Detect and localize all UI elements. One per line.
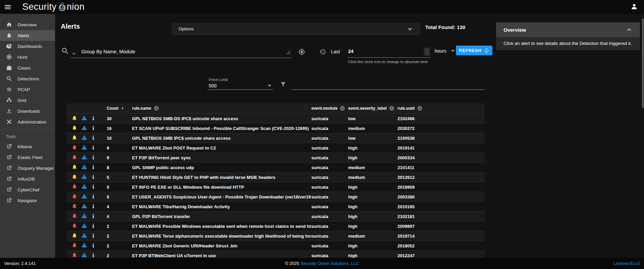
- table-row[interactable]: 2 ET P2P BTWebClient UA uTorrent in use …: [67, 251, 485, 258]
- sidebar-item-pcap[interactable]: PCAP: [0, 84, 55, 95]
- info-icon[interactable]: [93, 223, 94, 230]
- table-row[interactable]: 5 ET INFO PE EXE or DLL Windows file dow…: [67, 182, 485, 192]
- alert-severity-label[interactable]: high: [348, 214, 397, 219]
- table-row[interactable]: 16 ET SCAN UPnP SUBSCRIBE Inbound - Poss…: [67, 124, 485, 133]
- filter-icon[interactable]: [280, 81, 286, 87]
- menu-icon[interactable]: [0, 0, 16, 14]
- sidebar-item-kibana[interactable]: Kibana: [0, 141, 55, 152]
- alert-rule-uuid[interactable]: 2019714: [397, 234, 485, 239]
- alert-rule-name[interactable]: ET MALWARE Possible Windows executable s…: [132, 224, 311, 229]
- table-row[interactable]: 2 ET MALWARE Possible Windows executable…: [67, 221, 485, 231]
- warning-triangle-icon[interactable]: [81, 164, 87, 171]
- remove-column-icon[interactable]: ×: [389, 106, 394, 111]
- table-row[interactable]: 4 GPL P2P BitTorrent transfer suricata h…: [67, 212, 485, 221]
- info-icon[interactable]: [93, 213, 94, 220]
- info-icon[interactable]: [93, 115, 94, 122]
- info-icon[interactable]: [93, 125, 94, 132]
- column-header-rule-name[interactable]: rule.name ×: [132, 106, 311, 111]
- alert-severity-label[interactable]: high: [348, 145, 397, 151]
- table-row[interactable]: 5 ET HUNTING Hiloti Style GET to PHP wit…: [67, 172, 485, 182]
- table-row[interactable]: 8 GPL SNMP public access udp suricata me…: [67, 163, 485, 172]
- info-icon[interactable]: [93, 174, 94, 181]
- alert-rule-name[interactable]: ET SCAN UPnP SUBSCRIBE Inbound - Possibl…: [132, 126, 311, 131]
- sidebar-item-influxdb[interactable]: InfluxDB: [0, 173, 55, 184]
- time-value-input[interactable]: 24: [347, 47, 431, 58]
- alert-severity-label[interactable]: high: [348, 204, 397, 209]
- warning-triangle-icon[interactable]: [81, 242, 87, 249]
- alert-rule-name[interactable]: GPL SNMP public access udp: [132, 165, 311, 170]
- alert-event-module[interactable]: suricata: [311, 145, 348, 151]
- fetch-limit-select[interactable]: 500: [207, 82, 273, 90]
- alert-rule-uuid[interactable]: 2009897: [397, 224, 485, 229]
- alert-rule-uuid[interactable]: 2101411: [397, 165, 485, 170]
- alert-event-module[interactable]: suricata: [311, 165, 348, 170]
- alert-severity-label[interactable]: medium: [348, 234, 397, 239]
- time-unit-select[interactable]: hours: [435, 48, 455, 54]
- table-row[interactable]: 9 ET P2P BitTorrent peer sync suricata h…: [67, 153, 485, 163]
- sidebar-item-dashboards[interactable]: Dashboards: [0, 41, 55, 52]
- refresh-button[interactable]: REFRESH: [456, 46, 492, 55]
- alert-severity-label[interactable]: high: [348, 224, 397, 229]
- sidebar-item-overview[interactable]: Overview: [0, 19, 55, 30]
- alert-event-module[interactable]: suricata: [311, 234, 348, 239]
- sidebar-item-detections[interactable]: Detections: [0, 73, 55, 84]
- warning-triangle-icon[interactable]: [81, 174, 87, 181]
- alert-rule-name[interactable]: ET MALWARE Zbot Generic URI/Header Struc…: [132, 243, 311, 248]
- search-query-input[interactable]: Group By Name, Module: [81, 49, 135, 54]
- info-icon[interactable]: [93, 252, 94, 258]
- sidebar-item-navigator[interactable]: Navigator: [0, 195, 55, 206]
- warning-triangle-icon[interactable]: [81, 184, 87, 190]
- user-menu-button[interactable]: [630, 3, 638, 11]
- alert-severity-label[interactable]: high: [348, 194, 397, 199]
- sidebar-item-administration[interactable]: Administration: [0, 116, 55, 127]
- sidebar-item-alerts[interactable]: Alerts: [0, 30, 55, 41]
- info-icon[interactable]: [93, 203, 94, 210]
- alert-event-module[interactable]: suricata: [311, 204, 348, 209]
- alert-severity-label[interactable]: low: [348, 116, 397, 121]
- sort-desc-icon[interactable]: ▼: [121, 107, 124, 110]
- alert-rule-uuid[interactable]: 2102466: [397, 116, 485, 121]
- alert-event-module[interactable]: suricata: [311, 175, 348, 180]
- search-input-underline[interactable]: [71, 58, 291, 58]
- alert-severity-label[interactable]: medium: [348, 126, 397, 131]
- alert-severity-label[interactable]: high: [348, 253, 397, 258]
- warning-triangle-icon[interactable]: [81, 125, 87, 132]
- alert-rule-uuid[interactable]: 2012612: [397, 175, 485, 180]
- sidebar-item-osquery-manager[interactable]: Osquery Manager: [0, 163, 55, 173]
- info-icon[interactable]: [93, 242, 94, 249]
- options-expander[interactable]: Options: [171, 23, 421, 35]
- alert-event-module[interactable]: suricata: [311, 214, 348, 219]
- alert-severity-label[interactable]: high: [348, 155, 397, 160]
- column-header-count[interactable]: Count ▼: [107, 106, 132, 111]
- table-row[interactable]: 2 ET MALWARE Terse alphanumeric executab…: [67, 231, 485, 241]
- filter-input[interactable]: [291, 82, 485, 90]
- info-icon[interactable]: [93, 233, 94, 239]
- table-row[interactable]: 2 ET MALWARE Zbot Generic URI/Header Str…: [67, 241, 485, 251]
- alert-rule-name[interactable]: ET INFO PE EXE or DLL Windows file downl…: [132, 185, 311, 190]
- sidebar-item-downloads[interactable]: Downloads: [0, 106, 55, 116]
- alert-event-module[interactable]: suricata: [311, 136, 348, 141]
- alert-rule-uuid[interactable]: 2030272: [397, 126, 485, 131]
- column-header-event-severity-label[interactable]: event.severity_label ×: [348, 106, 397, 111]
- alert-rule-uuid[interactable]: 2003380: [397, 194, 485, 199]
- alert-severity-label[interactable]: medium: [348, 165, 397, 170]
- warning-triangle-icon[interactable]: [81, 144, 87, 151]
- alert-rule-uuid[interactable]: 2010165: [397, 204, 485, 209]
- warning-triangle-icon[interactable]: [81, 213, 87, 220]
- sidebar-item-grid[interactable]: Grid: [0, 95, 55, 106]
- alert-rule-name[interactable]: GPL P2P BitTorrent transfer: [132, 214, 311, 219]
- alert-severity-label[interactable]: medium: [348, 175, 397, 180]
- alert-rule-uuid[interactable]: 2102181: [397, 214, 485, 219]
- alert-rule-name[interactable]: ET USER_AGENTS Suspicious User-Agent - P…: [132, 194, 311, 199]
- info-icon[interactable]: [93, 184, 94, 190]
- remove-column-icon[interactable]: ×: [154, 106, 159, 111]
- table-row[interactable]: 5 ET USER_AGENTS Suspicious User-Agent -…: [67, 192, 485, 202]
- column-header-event-module[interactable]: event.module ×: [311, 106, 348, 111]
- alert-rule-uuid[interactable]: 2019141: [397, 145, 485, 151]
- alert-rule-name[interactable]: ET HUNTING Hiloti Style GET to PHP with …: [132, 175, 311, 180]
- sidebar-item-hunt[interactable]: Hunt: [0, 52, 55, 62]
- info-icon[interactable]: [93, 193, 94, 200]
- alert-event-module[interactable]: suricata: [311, 224, 348, 229]
- alert-severity-label[interactable]: low: [348, 136, 397, 141]
- table-row[interactable]: 4 ET MALWARE Tibs/Harnig Downloader Acti…: [67, 202, 485, 212]
